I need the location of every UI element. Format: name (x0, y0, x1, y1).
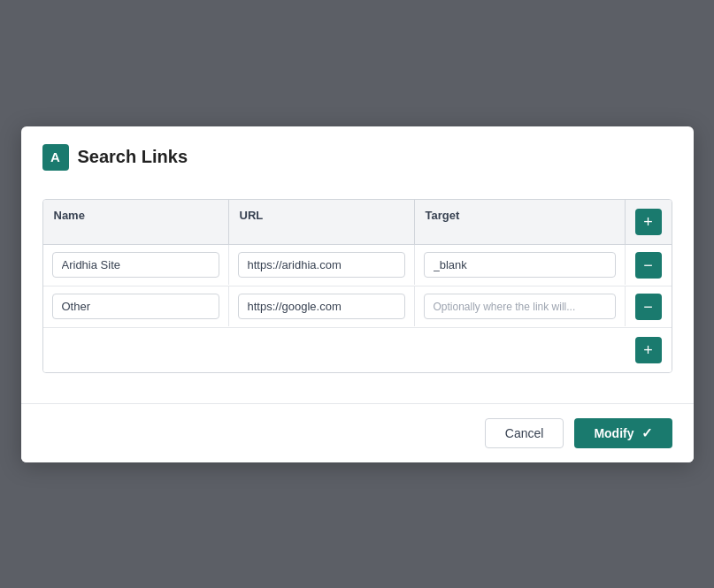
col-header-target: Target (415, 200, 626, 244)
remove-row1-button[interactable]: − (635, 252, 662, 279)
cancel-button[interactable]: Cancel (485, 418, 564, 448)
row1-name-input[interactable] (52, 252, 219, 278)
footer-spacer-3 (415, 333, 626, 367)
row1-url-cell (229, 245, 415, 285)
table-header: Name URL Target + (43, 200, 672, 245)
row2-actions-cell: − (626, 286, 672, 327)
footer-spacer-1 (43, 333, 229, 367)
row2-target-cell (415, 286, 626, 326)
modal-header: A Search Links (21, 126, 694, 185)
col-header-name: Name (43, 200, 229, 244)
remove-row2-button[interactable]: − (635, 294, 662, 320)
modal-footer: Cancel Modify ✓ (21, 403, 694, 462)
add-row-button-bottom[interactable]: + (635, 337, 662, 363)
row2-url-cell (229, 286, 415, 326)
row1-target-input[interactable] (424, 252, 616, 278)
footer-actions: + (626, 333, 672, 367)
row2-name-input[interactable] (52, 294, 219, 319)
modal-body: Name URL Target + − (21, 185, 694, 403)
row1-url-input[interactable] (238, 252, 405, 278)
row1-target-cell (415, 245, 626, 285)
table-row: − (43, 245, 672, 286)
add-row-button-top[interactable]: + (635, 209, 662, 235)
footer-spacer-2 (229, 333, 415, 367)
row2-url-input[interactable] (238, 294, 405, 319)
modal-title-icon: A (42, 144, 69, 171)
table-footer-row: + (43, 328, 672, 372)
modify-label: Modify (594, 426, 633, 440)
table-row: − (43, 286, 672, 328)
search-links-modal: A Search Links Name URL Target + (21, 126, 694, 462)
col-header-actions: + (626, 200, 672, 244)
modify-button[interactable]: Modify ✓ (574, 418, 672, 448)
links-table: Name URL Target + − (42, 199, 672, 373)
row1-actions-cell: − (626, 245, 672, 286)
row2-name-cell (43, 286, 229, 326)
modal-title: Search Links (78, 147, 188, 167)
row1-name-cell (43, 245, 229, 285)
row2-target-input[interactable] (424, 294, 616, 319)
col-header-url: URL (229, 200, 415, 244)
checkmark-icon: ✓ (641, 425, 653, 441)
